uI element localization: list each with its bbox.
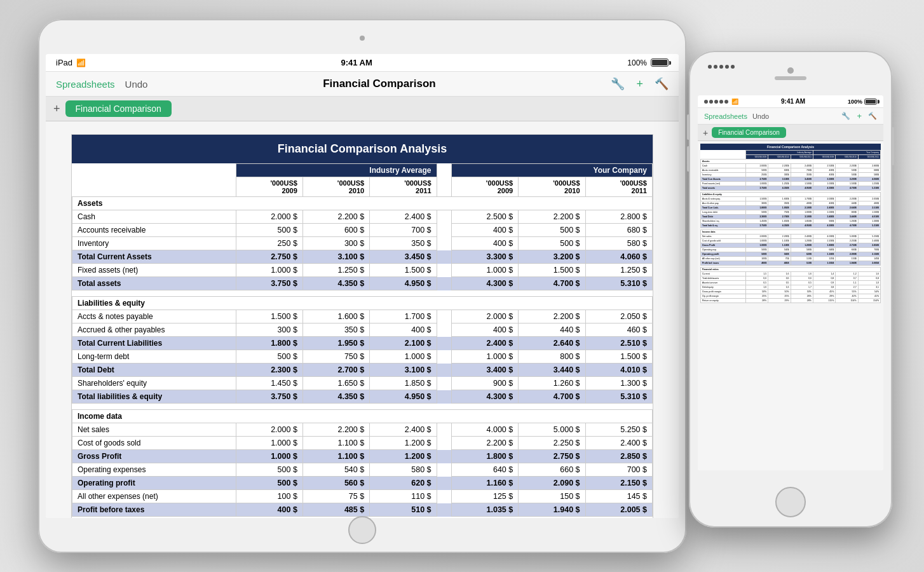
signal-dot — [714, 100, 718, 104]
wifi-label: 📶 — [731, 99, 738, 105]
ipad-time: 9:41 AM — [341, 58, 372, 67]
table-row: Accts receivable500$600$700$400$500$680$ — [701, 168, 881, 173]
table-row: Operating expenses 500 $540 $580 $ 640 $… — [72, 463, 653, 477]
table-row: Income data — [72, 410, 653, 423]
spreadsheets-button[interactable]: Spreadsheets — [56, 79, 115, 90]
mini-table: Industry Average Your Company '000US$ 20… — [700, 150, 881, 303]
table-row: Total Curr Assets2.750$3.100$3.450$3.300… — [701, 177, 881, 182]
ipad-tab-bar: + Financial Comparison — [46, 97, 679, 121]
iphone-battery-icon — [864, 99, 877, 105]
iphone-toolbar-left: Spreadsheets Undo — [704, 112, 769, 120]
iphone-undo-button[interactable]: Undo — [752, 112, 769, 120]
iphone-tab-bar: + Financial Comparison — [698, 125, 883, 141]
table-row: Accts & notes payable 1.500 $1.600 $1.70… — [72, 310, 653, 323]
company-header: Your Company — [451, 164, 652, 177]
signal-dot — [719, 65, 723, 69]
table-row: Debt/equity1,61,61,73,82,73,1 — [701, 285, 881, 290]
col-i2011: '000US$2011 — [370, 177, 437, 197]
ipad-camera — [360, 36, 365, 41]
add-sheet-button[interactable]: + — [53, 102, 60, 116]
table-row: Accounts receivable 500 $600 $700 $ 400 … — [72, 224, 653, 237]
ipad-screen: iPad 📶 9:41 AM 100% Spreadsheets Undo Fi… — [46, 54, 679, 518]
signal-dot — [719, 100, 723, 104]
ipad-document-title: Financial Comparison — [147, 78, 611, 90]
iphone-volume-up[interactable] — [687, 114, 690, 140]
iphone-wrench-icon[interactable]: 🔨 — [868, 112, 877, 120]
signal-dot — [725, 65, 729, 69]
iphone-volume-down[interactable] — [687, 146, 690, 172]
profit-taxes-row: Profit before taxes 400 $485 $510 $ 1.03… — [72, 503, 653, 517]
table-row — [72, 290, 653, 297]
table-row: Long-term debt500$750$1.000$1.000$800$1.… — [701, 210, 881, 215]
ipad-toolbar: Spreadsheets Undo Financial Comparison 🔧… — [46, 72, 679, 97]
table-row: Cash2.000$2.200$2.400$2.500$2.200$2.800$ — [701, 164, 881, 168]
spreadsheet-title: Financial Comparison Analysis — [72, 135, 653, 163]
table-row: Total Curr Liab.1.800$1.950$2.100$2.400$… — [701, 206, 881, 210]
table-row: All other exp (net)100$75$110$125$150$14… — [701, 257, 881, 261]
wifi-icon: 📶 — [76, 58, 86, 67]
signal-dot — [714, 65, 717, 69]
battery-icon — [651, 58, 669, 67]
iphone-add-sheet-button[interactable]: + — [703, 128, 708, 138]
iphone-home-button[interactable] — [775, 487, 806, 517]
battery-percent: 100% — [627, 58, 647, 67]
table-row: Long-term debt 500 $750 $1.000 $ 1.000 $… — [72, 350, 653, 364]
battery-label: 100% — [848, 99, 862, 105]
table-row: Cash 2.000 $2.200 $2.400 $ 2.500 $2.200 … — [72, 210, 653, 224]
table-row: Total assets3.750$4.350$4.950$4.300$4.70… — [701, 186, 881, 191]
table-row: Assets turnover0,50,50,50,91,11,0 — [701, 281, 881, 285]
col-i2010: '000US$2010 — [302, 177, 369, 197]
add-icon[interactable]: + — [636, 78, 643, 91]
iphone-status-bar: 📶 9:41 AM 100% — [698, 95, 883, 108]
iphone-speaker — [775, 76, 806, 80]
battery-fill — [652, 60, 667, 65]
table-row: Total Debt2.300$2.700$3.100$3.400$3.440$… — [701, 215, 881, 219]
iphone-power-button[interactable] — [892, 127, 894, 165]
table-row: Shareholders' eq.1.450$1.650$1.850$900$1… — [701, 219, 881, 224]
table-row: Total Current Liabilities 1.800 $1.950 $… — [72, 337, 653, 350]
mini-industry-header: Industry Average — [745, 151, 813, 155]
col-c2011: '000US$2011 — [585, 177, 652, 197]
table-row: Cost of goods sold1.000$1.100$1.200$2.20… — [701, 239, 881, 243]
undo-button[interactable]: Undo — [125, 79, 148, 90]
ipad-home-button[interactable] — [348, 516, 376, 544]
table-row: Liabilities & equity — [72, 297, 653, 310]
iphone-camera — [787, 67, 794, 74]
ipad-toolbar-left: Spreadsheets Undo — [56, 79, 147, 90]
ipad-device-label: iPad — [56, 58, 72, 67]
table-row: All other expenses (net) 100 $75 $110 $ … — [72, 490, 653, 503]
signal-dot — [704, 100, 708, 104]
signal-dot — [708, 65, 712, 69]
ipad-status-bar: iPad 📶 9:41 AM 100% — [46, 54, 679, 72]
table-row: Gross profit margin50%50%50%45%55%54% — [701, 290, 881, 294]
table-row: Total debt/assets0,60,60,60,80,70,8 — [701, 276, 881, 281]
mini-company-header: Your Company — [813, 151, 880, 155]
table-row: Operating profit 500 $560 $620 $ 1.160 $… — [72, 477, 653, 490]
iphone-toolbar: Spreadsheets Undo 🔧 + 🔨 — [698, 108, 883, 125]
table-row: Accts & notes pay.1.500$1.600$1.700$2.00… — [701, 197, 881, 201]
signal-dot — [709, 100, 713, 104]
table-row: Op. profit margin25%25%26%29%42%41% — [701, 294, 881, 299]
table-row: Profit bef. taxes400$485$510$1.035$1.940… — [701, 261, 881, 266]
ipad-toolbar-right: 🔧 + 🔨 — [611, 77, 669, 91]
industry-header: Industry Average — [236, 164, 437, 177]
table-row: Gross Profit1.000$1.100$1.200$1.800$2.75… — [701, 243, 881, 248]
tools-icon[interactable]: 🔧 — [611, 77, 625, 91]
table-row: Total Debt 2.300 $2.700 $3.100 $ 3.400 $… — [72, 364, 653, 377]
table-row: Current1,51,61,61,41,21,6 — [701, 272, 881, 276]
wrench-icon[interactable]: 🔨 — [655, 77, 669, 91]
iphone-time: 9:41 AM — [781, 98, 805, 105]
table-row: Assets — [72, 197, 653, 210]
iphone-sheet-tab[interactable]: Financial Comparison — [712, 127, 786, 138]
table-row: Total Current Assets 2.750 $3.100 $3.450… — [72, 250, 653, 264]
iphone-signal: 📶 — [704, 99, 738, 105]
spreadsheet-table: Industry Average Your Company '000US$200… — [72, 163, 653, 518]
iphone-add-icon[interactable]: + — [857, 111, 862, 121]
iphone-spreadsheets-button[interactable]: Spreadsheets — [704, 112, 747, 120]
iphone-tools-icon[interactable]: 🔧 — [841, 112, 850, 120]
signal-dot — [731, 65, 735, 69]
sheet-tab-financial[interactable]: Financial Comparison — [65, 100, 172, 117]
ipad-device: iPad 📶 9:41 AM 100% Spreadsheets Undo Fi… — [38, 19, 686, 553]
table-row: Shareholders' equity 1.450 $1.650 $1.850… — [72, 377, 653, 390]
table-row: Operating exp.500$540$580$640$660$700$ — [701, 248, 881, 252]
